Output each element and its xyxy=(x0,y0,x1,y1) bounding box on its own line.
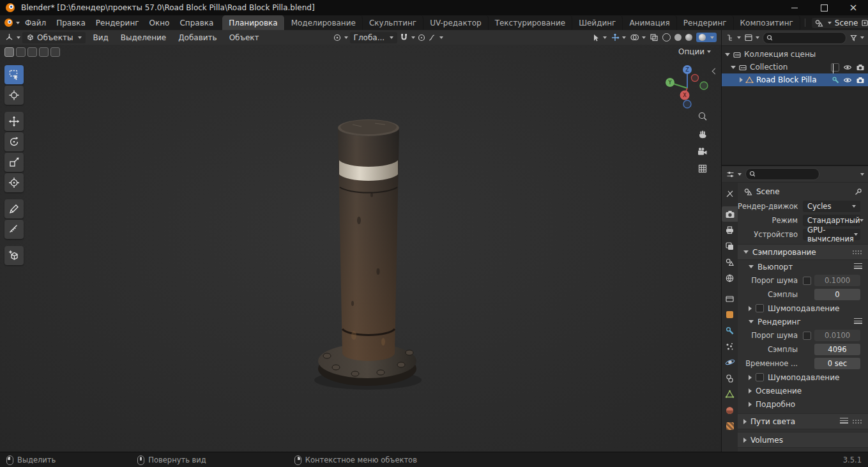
tab-material[interactable] xyxy=(722,402,738,418)
overlays-dropdown[interactable] xyxy=(630,33,646,42)
device-dropdown[interactable]: GPU-вычисления xyxy=(803,229,860,240)
new-scene-icon[interactable] xyxy=(861,19,868,27)
vp-denoise-checkbox[interactable] xyxy=(756,304,764,312)
tool-transform[interactable] xyxy=(4,173,24,192)
properties-search[interactable] xyxy=(745,168,819,180)
menu-object[interactable]: Объект xyxy=(224,32,264,43)
preset-menu-icon[interactable] xyxy=(854,318,862,325)
preset-menu-icon[interactable] xyxy=(840,418,848,425)
select-mode-new[interactable] xyxy=(4,47,14,57)
r-noise-checkbox[interactable] xyxy=(803,332,811,340)
tab-render[interactable] xyxy=(722,206,738,222)
disclosure-open-icon[interactable] xyxy=(731,66,736,69)
select-mode-subtract[interactable] xyxy=(27,47,37,57)
tab-collection[interactable] xyxy=(722,291,738,306)
outliner-row-object[interactable]: Road Block Pilla xyxy=(722,73,868,86)
gizmo-axis-neg-z[interactable] xyxy=(683,100,691,108)
light-paths-section-header[interactable]: Пути света xyxy=(738,413,868,429)
pin-icon[interactable] xyxy=(854,188,862,196)
camera-view-icon[interactable] xyxy=(697,147,708,156)
select-mode-extend[interactable] xyxy=(16,47,26,57)
perspective-grid-icon[interactable] xyxy=(697,164,708,174)
close-button[interactable] xyxy=(839,0,868,15)
tool-measure[interactable] xyxy=(4,220,24,239)
r-denoise-checkbox[interactable] xyxy=(756,373,764,381)
vp-noise-checkbox[interactable] xyxy=(803,277,811,285)
tool-add-cube[interactable] xyxy=(4,246,24,265)
viewport-subpanel-header[interactable]: Вьюпорт xyxy=(738,260,868,273)
disclosure-closed-icon[interactable] xyxy=(740,77,743,82)
menu-view[interactable]: Вид xyxy=(88,32,113,43)
menu-select[interactable]: Выделение xyxy=(116,32,171,43)
proportional-falloff-button[interactable] xyxy=(428,33,443,42)
disclosure-open-icon[interactable] xyxy=(725,53,730,56)
tool-cursor[interactable] xyxy=(4,86,24,105)
zoom-tool-icon[interactable] xyxy=(697,111,708,121)
advanced-header[interactable]: Подробно xyxy=(738,397,868,411)
snap-toggle[interactable] xyxy=(399,33,415,42)
workspace-tab-texture-paint[interactable]: Текстурирование xyxy=(489,15,572,30)
menu-file[interactable]: Файл xyxy=(20,17,51,29)
workspace-tab-animation[interactable]: Анимация xyxy=(623,15,676,30)
outliner-row-scene-collection[interactable]: Коллекция сцены xyxy=(722,48,868,61)
selectability-dropdown[interactable] xyxy=(592,33,607,42)
shading-wireframe-button[interactable] xyxy=(662,33,671,42)
volumes-section-header[interactable]: Volumes xyxy=(738,432,868,448)
properties-search-input[interactable] xyxy=(758,169,816,179)
workspace-tab-layout[interactable]: Планировка xyxy=(222,15,284,30)
scene-selector[interactable]: Scene xyxy=(812,18,868,28)
collection-checkbox[interactable] xyxy=(831,63,839,72)
tool-annotate[interactable] xyxy=(4,199,24,218)
show-gizmo-dropdown[interactable] xyxy=(611,33,626,42)
menu-help[interactable]: Справка xyxy=(174,17,218,29)
workspace-tab-shading[interactable]: Шейдинг xyxy=(572,15,623,30)
preset-menu-icon[interactable] xyxy=(854,263,862,270)
tool-scale[interactable] xyxy=(4,153,24,172)
workspace-tab-rendering[interactable]: Рендеринг xyxy=(677,15,734,30)
hide-eye-icon[interactable] xyxy=(843,64,852,71)
outliner-editor-type-button[interactable] xyxy=(726,33,741,42)
select-mode-invert[interactable] xyxy=(39,47,49,57)
filter-button[interactable] xyxy=(849,34,864,42)
shading-rendered-button[interactable] xyxy=(696,33,717,42)
render-engine-dropdown[interactable]: Cycles xyxy=(803,201,860,212)
disable-render-camera-icon[interactable] xyxy=(856,63,865,71)
disable-render-camera-icon[interactable] xyxy=(856,76,865,84)
feature-set-dropdown[interactable]: Стандартный xyxy=(803,215,860,226)
xray-toggle[interactable] xyxy=(650,33,659,42)
minimize-button[interactable] xyxy=(780,0,809,15)
options-dropdown[interactable]: Опции xyxy=(678,47,711,56)
vp-denoise-header[interactable]: Шумоподавление xyxy=(738,302,868,315)
shading-solid-button[interactable] xyxy=(674,34,681,41)
tool-select-box[interactable] xyxy=(4,65,24,84)
panel-grip-icon[interactable] xyxy=(852,250,862,255)
menu-edit[interactable]: Правка xyxy=(51,17,91,29)
menu-window[interactable]: Окно xyxy=(144,17,175,29)
tab-tool[interactable] xyxy=(722,186,738,201)
tab-view-layer[interactable] xyxy=(722,238,738,254)
tab-constraints[interactable] xyxy=(722,371,738,386)
tab-texture[interactable] xyxy=(722,418,738,434)
workspace-tab-uv[interactable]: UV-редактор xyxy=(423,15,488,30)
r-noise-value[interactable]: 0.0100 xyxy=(814,330,860,341)
render-subpanel-header[interactable]: Рендеринг xyxy=(738,315,868,328)
road-block-pillar-model[interactable] xyxy=(314,80,423,412)
properties-editor-type-button[interactable] xyxy=(726,170,742,179)
navigation-gizmo[interactable]: Z Y X xyxy=(664,63,711,110)
editor-type-button[interactable] xyxy=(4,33,20,42)
tab-object[interactable] xyxy=(722,307,738,322)
outliner-display-mode-button[interactable] xyxy=(744,33,759,42)
workspace-tab-modeling[interactable]: Моделирование xyxy=(285,15,363,30)
transform-pivot-button[interactable] xyxy=(333,33,348,42)
gizmo-axis-neg-y[interactable] xyxy=(700,82,708,89)
workspace-tab-sculpting[interactable]: Скульптинг xyxy=(363,15,423,30)
panel-grip-icon[interactable] xyxy=(852,419,862,424)
workspace-tab-compositing[interactable]: Композитинг xyxy=(734,15,800,30)
tab-scene[interactable] xyxy=(722,254,738,270)
r-denoise-header[interactable]: Шумоподавление xyxy=(738,371,868,384)
tab-physics[interactable] xyxy=(722,355,738,370)
mode-dropdown[interactable]: Объекты xyxy=(22,32,86,43)
sidebar-collapse-chevron[interactable] xyxy=(712,68,719,75)
outliner-search[interactable] xyxy=(763,32,846,44)
sampling-section-header[interactable]: Сэмплирование xyxy=(738,244,868,260)
